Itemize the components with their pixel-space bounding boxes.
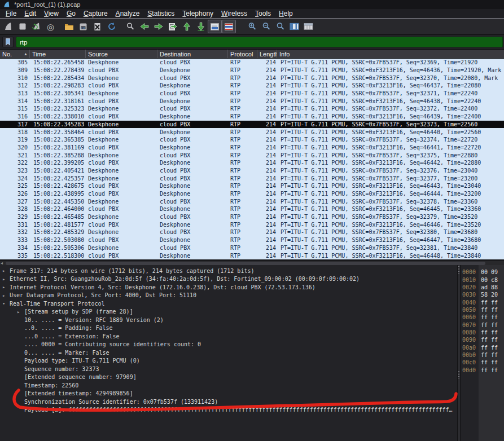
detail-tree-line[interactable]: [Extended sequence number: 97909]	[0, 373, 457, 382]
menu-item[interactable]: Go	[63, 9, 80, 18]
packet-row[interactable]: 329 15:08:22.465485 Deskphone cloud PBX …	[0, 213, 504, 221]
menu-item[interactable]: Capture	[80, 9, 112, 18]
detail-tree-line[interactable]: Sequence number: 32373	[0, 365, 457, 373]
zoom-in-icon[interactable]	[245, 20, 259, 33]
menu-item[interactable]: Wireless	[217, 9, 251, 18]
hex-row[interactable]: 0060 ff ff	[461, 314, 504, 321]
detail-tree-line[interactable]: .... 0000 = Contributing source identifi…	[0, 341, 457, 349]
detail-tree-line[interactable]: ▸ Internet Protocol Version 4, Src: Desk…	[0, 283, 457, 292]
colorize-packets-icon[interactable]	[222, 20, 236, 33]
detail-tree-line[interactable]: 0... .... = Marker: False	[0, 349, 457, 357]
hex-row[interactable]: 0090 ff ff	[461, 336, 504, 343]
packet-row[interactable]: 334 15:08:22.505306 Deskphone cloud PBX …	[0, 244, 504, 252]
hex-row[interactable]: 0020 ad 88	[461, 284, 504, 291]
hex-row[interactable]: 0030 58 20	[461, 291, 504, 298]
menu-item[interactable]: Edit	[20, 9, 40, 18]
restart-capture-icon[interactable]	[29, 20, 43, 33]
detail-tree-line[interactable]: 10.. .... = Version: RFC 1889 Version (2…	[0, 316, 457, 324]
packet-row[interactable]: 328 15:08:22.464000 cloud PBX Deskphone …	[0, 205, 504, 213]
display-filter-input[interactable]	[16, 37, 503, 47]
expander-icon[interactable]: ▾	[2, 301, 10, 306]
packet-row[interactable]: 317 15:08:22.345283 Deskphone cloud PBX …	[0, 121, 504, 129]
packet-row[interactable]: 320 15:08:22.381169 cloud PBX Deskphone …	[0, 144, 504, 152]
save-file-icon[interactable]: 010	[76, 20, 90, 33]
hex-row[interactable]: 0040 ff ff	[461, 298, 504, 306]
menu-item[interactable]: File	[2, 9, 20, 18]
packet-row[interactable]: 325 15:08:22.428675 cloud PBX Deskphone …	[0, 182, 504, 190]
detail-tree-line[interactable]: ...0 .... = Extension: False	[0, 332, 457, 341]
packet-row[interactable]: 322 15:08:22.399205 cloud PBX Deskphone …	[0, 159, 504, 167]
zoom-out-icon[interactable]	[259, 20, 273, 33]
go-to-packet-icon[interactable]	[165, 20, 179, 33]
packet-row[interactable]: 318 15:08:22.358464 cloud PBX Deskphone …	[0, 128, 504, 136]
capture-options-icon[interactable]: ◎	[43, 20, 58, 33]
hex-row[interactable]: 0000 00 09	[461, 268, 504, 276]
reload-file-icon[interactable]	[104, 20, 119, 33]
packet-row[interactable]: 331 15:08:22.481577 cloud PBX Deskphone …	[0, 220, 504, 228]
menu-item[interactable]: Analyze	[112, 9, 144, 18]
hex-row[interactable]: 00c0 ff ff	[461, 359, 504, 366]
detail-tree-line[interactable]: ▸ [Stream setup by SDP (frame 28)]	[0, 308, 457, 316]
packet-row[interactable]: 313 15:08:22.305341 Deskphone cloud PBX …	[0, 90, 504, 98]
packet-row[interactable]: 309 15:08:22.278439 cloud PBX Deskphone …	[0, 67, 504, 74]
column-header-length[interactable]: Length	[257, 50, 277, 58]
packet-row[interactable]: 332 15:08:22.485329 Deskphone cloud PBX …	[0, 228, 504, 236]
detail-tree-line[interactable]: Payload […]: fffffffffffffffffffffffffff…	[0, 406, 457, 414]
hex-row[interactable]: 0070 ff ff	[461, 321, 504, 328]
column-header-protocol[interactable]: Protocol	[228, 50, 257, 58]
menu-item[interactable]: Help	[275, 9, 297, 18]
packet-row[interactable]: 305 15:08:22.265458 Deskphone cloud PBX …	[0, 59, 504, 67]
detail-tree-line[interactable]: ▸ Ethernet II, Src: GuangzhouRob_2a:0d:5…	[0, 275, 457, 284]
detail-tree-line[interactable]: Timestamp: 22560	[0, 381, 457, 390]
hex-row[interactable]: 0080 ff ff	[461, 329, 504, 336]
detail-tree-line[interactable]: ▸ User Datagram Protocol, Src Port: 4000…	[0, 292, 457, 300]
start-capture-icon[interactable]	[1, 20, 15, 33]
packet-row[interactable]: 327 15:08:22.445350 Deskphone cloud PBX …	[0, 197, 504, 205]
detail-tree-line[interactable]: ▾ Real-Time Transport Protocol	[0, 299, 457, 308]
find-packet-icon[interactable]	[123, 20, 137, 33]
packet-row[interactable]: 316 15:08:22.338010 cloud PBX Deskphone …	[0, 113, 504, 121]
column-header-destination[interactable]: Destination	[157, 50, 228, 58]
detail-tree-line[interactable]: [Extended timestamp: 4294989856]	[0, 390, 457, 398]
go-forward-icon[interactable]	[151, 20, 165, 33]
hex-row[interactable]: 0050 ff ff	[461, 306, 504, 314]
menu-item[interactable]: Statistics	[143, 9, 178, 18]
packet-row[interactable]: 315 15:08:22.325323 Deskphone cloud PBX …	[0, 105, 504, 113]
expander-icon[interactable]: ▸	[2, 276, 10, 282]
go-first-packet-icon[interactable]	[179, 20, 194, 33]
packet-row[interactable]: 324 15:08:22.425357 Deskphone cloud PBX …	[0, 174, 504, 182]
hex-row[interactable]: 00a0 ff ff	[461, 343, 504, 351]
column-header-no[interactable]: No. ▲	[0, 50, 30, 58]
detail-tree-line[interactable]: ▸ Frame 317: 214 bytes on wire (1712 bit…	[0, 267, 457, 275]
close-file-icon[interactable]	[90, 20, 104, 33]
zoom-reset-icon[interactable]	[273, 20, 287, 33]
packet-row[interactable]: 314 15:08:22.318161 cloud PBX Deskphone …	[0, 97, 504, 105]
detail-tree-line[interactable]: Payload type: ITU-T G.711 PCMU (0)	[0, 357, 457, 365]
expander-icon[interactable]: ▸	[2, 284, 10, 290]
column-header-time[interactable]: Time	[30, 50, 86, 58]
filter-bookmark-button[interactable]	[2, 37, 14, 47]
expander-icon[interactable]: ▸	[2, 268, 10, 274]
go-back-icon[interactable]	[137, 20, 151, 33]
packet-row[interactable]: 333 15:08:22.503080 cloud PBX Deskphone …	[0, 236, 504, 244]
menu-item[interactable]: View	[40, 9, 63, 18]
packet-row[interactable]: 335 15:08:22.518300 cloud PBX Deskphone …	[0, 252, 504, 259]
menu-item[interactable]: Telephony	[178, 9, 217, 18]
packet-row[interactable]: 326 15:08:22.438995 cloud PBX Deskphone …	[0, 190, 504, 198]
expander-icon[interactable]: ▸	[2, 293, 10, 298]
detail-tree-line[interactable]: ..0. .... = Padding: False	[0, 324, 457, 333]
detail-tree-line[interactable]: Synchronization Source identifier: 0x07f…	[0, 398, 457, 406]
packet-row[interactable]: 323 15:08:22.405421 Deskphone cloud PBX …	[0, 167, 504, 175]
hex-row[interactable]: 0010 00 c8	[461, 276, 504, 283]
expander-icon[interactable]: ▸	[17, 309, 24, 315]
go-last-packet-icon[interactable]	[194, 20, 208, 33]
packet-row[interactable]: 312 15:08:22.298283 cloud PBX Deskphone …	[0, 82, 504, 90]
menu-item[interactable]: Tools	[251, 9, 275, 18]
display-columns-icon[interactable]	[301, 20, 315, 33]
packet-row[interactable]: 319 15:08:22.365385 Deskphone cloud PBX …	[0, 136, 504, 144]
column-header-source[interactable]: Source	[86, 50, 157, 58]
packet-row[interactable]: 321 15:08:22.385288 Deskphone cloud PBX …	[0, 151, 504, 159]
open-file-icon[interactable]	[62, 20, 76, 33]
resize-columns-icon[interactable]	[287, 20, 301, 33]
hex-row[interactable]: 00b0 ff ff	[461, 351, 504, 359]
